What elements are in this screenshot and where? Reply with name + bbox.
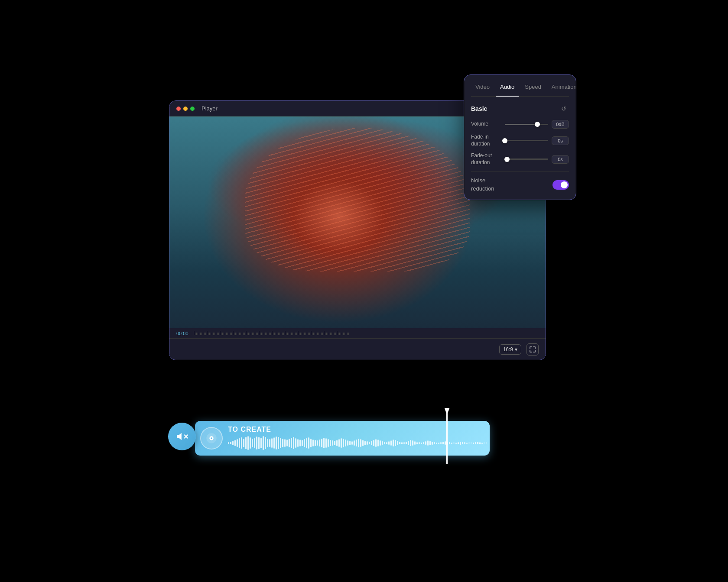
waveform-bar (237, 439, 238, 447)
time-label: 00:00 (176, 331, 188, 336)
waveform-bar (390, 440, 392, 446)
mute-button[interactable] (168, 423, 196, 450)
maximize-dot[interactable] (190, 107, 195, 111)
waveform-bar (304, 439, 305, 447)
waveform-bar (254, 438, 255, 448)
audio-track[interactable]: TO CREATE (195, 421, 490, 456)
waveform-bar (299, 440, 301, 446)
waveform-bar (330, 440, 331, 446)
waveform-bar (247, 436, 249, 450)
helmet-overlay (245, 128, 471, 272)
waveform-bar (481, 443, 483, 444)
waveform-bar (297, 439, 299, 447)
fullscreen-button[interactable] (526, 343, 539, 356)
waveform-bar (436, 443, 437, 444)
waveform-bar (267, 439, 268, 447)
fade-in-value[interactable]: 0s (552, 136, 569, 145)
waveform-bar (412, 440, 413, 446)
waveform-bar (269, 439, 270, 447)
waveform-bar (332, 440, 333, 446)
waveform-bar (453, 443, 455, 443)
waveform-bar (369, 442, 370, 444)
waveform-bar (395, 440, 396, 446)
waveform-bar (364, 441, 366, 445)
noise-reduction-toggle[interactable] (552, 180, 569, 190)
chevron-down-icon: ▾ (515, 346, 517, 352)
minimize-dot[interactable] (183, 107, 188, 111)
waveform-bar (440, 442, 442, 444)
waveform-bar (336, 440, 338, 446)
waveform-bar (479, 442, 481, 444)
waveform-bar (451, 443, 452, 444)
fade-in-slider[interactable] (505, 140, 548, 141)
waveform-bar (295, 438, 296, 448)
waveform-bar (315, 440, 316, 446)
waveform-bar (289, 439, 290, 447)
tab-audio[interactable]: Audio (496, 82, 519, 92)
fade-out-label: Fade-out duration (471, 152, 501, 166)
volume-slider[interactable] (505, 124, 548, 125)
waveform-bar (423, 442, 424, 444)
waveform-bar (477, 442, 478, 444)
reset-button[interactable]: ↺ (559, 103, 569, 114)
waveform-bar (382, 441, 383, 445)
waveform-bar (323, 438, 325, 448)
mute-icon (176, 430, 188, 443)
tab-video[interactable]: Video (471, 82, 494, 92)
waveform-bar (401, 442, 403, 444)
playhead[interactable] (446, 408, 448, 464)
player-bottom-bar: 16:9 ▾ (169, 338, 546, 360)
fade-in-row: Fade-in duration 0s (471, 134, 569, 147)
waveform-bar (250, 437, 251, 449)
waveform-bar (380, 440, 381, 446)
waveform-bar (338, 439, 340, 447)
waveform-bar (475, 442, 476, 444)
volume-label: Volume (471, 121, 501, 128)
waveform-bar (354, 440, 355, 446)
aspect-ratio-value: 16:9 (503, 346, 513, 352)
waveform-bar (293, 437, 294, 449)
waveform-bar (258, 437, 260, 449)
waveform-bar (260, 438, 262, 448)
fade-out-thumb (504, 157, 510, 162)
panel-section-header: Basic ↺ (471, 103, 569, 114)
waveform-bar (360, 439, 361, 447)
waveform-bar (278, 437, 279, 449)
waveform-bar (486, 443, 487, 443)
waveform-bar (321, 439, 322, 447)
waveform-bar (466, 443, 468, 444)
waveform-bar (306, 438, 307, 448)
waveform-bar (386, 442, 387, 444)
waveform-bar (302, 440, 303, 446)
tab-speed[interactable]: Speed (520, 82, 546, 92)
waveform-bar (334, 441, 335, 445)
waveform-bar (230, 442, 231, 444)
waveform-bar (442, 442, 444, 444)
close-dot[interactable] (176, 107, 181, 111)
waveform-bar (362, 440, 364, 446)
aspect-ratio-selector[interactable]: 16:9 ▾ (499, 344, 521, 355)
waveform-bar (351, 441, 353, 445)
waveform-bar (416, 442, 418, 444)
waveform-bar (319, 440, 320, 446)
waveform-bar (286, 440, 288, 446)
waveform-bar (325, 438, 327, 448)
waveform-bar (377, 440, 379, 446)
fade-out-value[interactable]: 0s (552, 155, 569, 164)
waveform-bar (280, 438, 281, 448)
volume-value[interactable]: 0dB (552, 120, 569, 129)
waveform-bar (388, 441, 390, 445)
waveform-bar (408, 441, 409, 445)
waveform-bar (393, 440, 394, 446)
tab-animation[interactable]: Animation (547, 82, 581, 92)
waveform-bar (375, 439, 377, 447)
waveform-bar (455, 443, 457, 444)
waveform-bar (397, 441, 398, 445)
volume-row: Volume 0dB (471, 120, 569, 129)
fade-out-row: Fade-out duration 0s (471, 152, 569, 166)
waveform-bar (427, 440, 429, 446)
fade-in-label: Fade-in duration (471, 134, 501, 147)
fade-out-slider[interactable] (505, 158, 548, 160)
waveform-bar (464, 442, 465, 444)
waveform-bar (243, 439, 244, 447)
